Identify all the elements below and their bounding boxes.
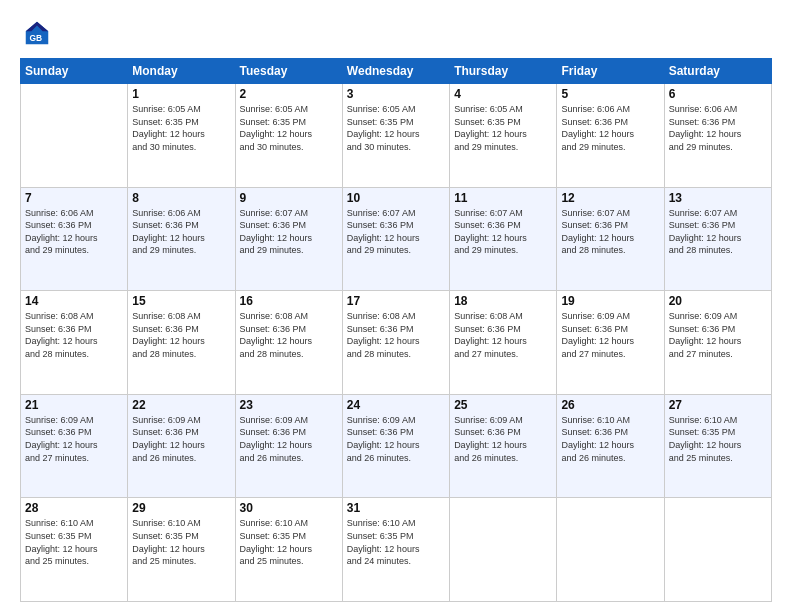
sunset-label: Sunset: 6:36 PM [132, 324, 199, 334]
day-info: Sunrise: 6:10 AM Sunset: 6:35 PM Dayligh… [347, 517, 445, 567]
calendar-cell: 1 Sunrise: 6:05 AM Sunset: 6:35 PM Dayli… [128, 84, 235, 188]
daylight-label: Daylight: 12 hours [454, 336, 527, 346]
daylight-label: Daylight: 12 hours [240, 336, 313, 346]
logo-icon: GB [22, 18, 52, 48]
day-number: 6 [669, 87, 767, 101]
day-number: 17 [347, 294, 445, 308]
page: GB SundayMondayTuesdayWednesdayThursdayF… [0, 0, 792, 612]
day-number: 24 [347, 398, 445, 412]
day-number: 11 [454, 191, 552, 205]
daylight-minutes: and 27 minutes. [669, 349, 733, 359]
day-number: 22 [132, 398, 230, 412]
day-number: 14 [25, 294, 123, 308]
calendar-cell: 9 Sunrise: 6:07 AM Sunset: 6:36 PM Dayli… [235, 187, 342, 291]
daylight-label: Daylight: 12 hours [669, 336, 742, 346]
daylight-label: Daylight: 12 hours [132, 129, 205, 139]
daylight-minutes: and 30 minutes. [240, 142, 304, 152]
day-info: Sunrise: 6:05 AM Sunset: 6:35 PM Dayligh… [347, 103, 445, 153]
calendar-week-3: 21 Sunrise: 6:09 AM Sunset: 6:36 PM Dayl… [21, 394, 772, 498]
sunrise-label: Sunrise: 6:07 AM [347, 208, 416, 218]
sunrise-label: Sunrise: 6:09 AM [132, 415, 201, 425]
sunrise-label: Sunrise: 6:08 AM [25, 311, 94, 321]
calendar-week-4: 28 Sunrise: 6:10 AM Sunset: 6:35 PM Dayl… [21, 498, 772, 602]
calendar-cell: 16 Sunrise: 6:08 AM Sunset: 6:36 PM Dayl… [235, 291, 342, 395]
sunrise-label: Sunrise: 6:05 AM [240, 104, 309, 114]
daylight-label: Daylight: 12 hours [25, 440, 98, 450]
calendar-cell: 5 Sunrise: 6:06 AM Sunset: 6:36 PM Dayli… [557, 84, 664, 188]
daylight-minutes: and 29 minutes. [669, 142, 733, 152]
daylight-label: Daylight: 12 hours [454, 440, 527, 450]
daylight-label: Daylight: 12 hours [561, 233, 634, 243]
calendar-cell: 26 Sunrise: 6:10 AM Sunset: 6:36 PM Dayl… [557, 394, 664, 498]
day-info: Sunrise: 6:06 AM Sunset: 6:36 PM Dayligh… [132, 207, 230, 257]
daylight-label: Daylight: 12 hours [132, 544, 205, 554]
calendar-cell [21, 84, 128, 188]
sunset-label: Sunset: 6:36 PM [240, 220, 307, 230]
daylight-label: Daylight: 12 hours [561, 440, 634, 450]
col-header-thursday: Thursday [450, 59, 557, 84]
calendar-cell: 22 Sunrise: 6:09 AM Sunset: 6:36 PM Dayl… [128, 394, 235, 498]
day-number: 12 [561, 191, 659, 205]
calendar-cell: 25 Sunrise: 6:09 AM Sunset: 6:36 PM Dayl… [450, 394, 557, 498]
calendar-table: SundayMondayTuesdayWednesdayThursdayFrid… [20, 58, 772, 602]
sunrise-label: Sunrise: 6:09 AM [561, 311, 630, 321]
calendar-header-row: SundayMondayTuesdayWednesdayThursdayFrid… [21, 59, 772, 84]
day-info: Sunrise: 6:08 AM Sunset: 6:36 PM Dayligh… [347, 310, 445, 360]
daylight-minutes: and 26 minutes. [454, 453, 518, 463]
day-number: 23 [240, 398, 338, 412]
calendar-cell: 19 Sunrise: 6:09 AM Sunset: 6:36 PM Dayl… [557, 291, 664, 395]
day-info: Sunrise: 6:08 AM Sunset: 6:36 PM Dayligh… [240, 310, 338, 360]
day-number: 30 [240, 501, 338, 515]
calendar-week-1: 7 Sunrise: 6:06 AM Sunset: 6:36 PM Dayli… [21, 187, 772, 291]
sunset-label: Sunset: 6:36 PM [347, 427, 414, 437]
day-number: 4 [454, 87, 552, 101]
calendar-cell: 29 Sunrise: 6:10 AM Sunset: 6:35 PM Dayl… [128, 498, 235, 602]
calendar-cell [664, 498, 771, 602]
calendar-cell: 10 Sunrise: 6:07 AM Sunset: 6:36 PM Dayl… [342, 187, 449, 291]
calendar-cell: 7 Sunrise: 6:06 AM Sunset: 6:36 PM Dayli… [21, 187, 128, 291]
day-info: Sunrise: 6:08 AM Sunset: 6:36 PM Dayligh… [132, 310, 230, 360]
daylight-minutes: and 29 minutes. [454, 142, 518, 152]
daylight-minutes: and 30 minutes. [347, 142, 411, 152]
daylight-label: Daylight: 12 hours [454, 129, 527, 139]
sunrise-label: Sunrise: 6:10 AM [240, 518, 309, 528]
sunrise-label: Sunrise: 6:10 AM [25, 518, 94, 528]
calendar-cell: 21 Sunrise: 6:09 AM Sunset: 6:36 PM Dayl… [21, 394, 128, 498]
calendar-cell: 11 Sunrise: 6:07 AM Sunset: 6:36 PM Dayl… [450, 187, 557, 291]
sunrise-label: Sunrise: 6:08 AM [454, 311, 523, 321]
sunrise-label: Sunrise: 6:07 AM [454, 208, 523, 218]
sunset-label: Sunset: 6:36 PM [25, 324, 92, 334]
daylight-minutes: and 30 minutes. [132, 142, 196, 152]
sunrise-label: Sunrise: 6:07 AM [240, 208, 309, 218]
daylight-minutes: and 28 minutes. [347, 349, 411, 359]
daylight-label: Daylight: 12 hours [25, 544, 98, 554]
day-info: Sunrise: 6:10 AM Sunset: 6:35 PM Dayligh… [240, 517, 338, 567]
daylight-label: Daylight: 12 hours [347, 544, 420, 554]
day-number: 28 [25, 501, 123, 515]
sunset-label: Sunset: 6:36 PM [25, 427, 92, 437]
sunset-label: Sunset: 6:36 PM [561, 324, 628, 334]
day-number: 9 [240, 191, 338, 205]
sunset-label: Sunset: 6:35 PM [454, 117, 521, 127]
sunset-label: Sunset: 6:36 PM [561, 220, 628, 230]
day-info: Sunrise: 6:08 AM Sunset: 6:36 PM Dayligh… [25, 310, 123, 360]
daylight-minutes: and 28 minutes. [240, 349, 304, 359]
day-info: Sunrise: 6:05 AM Sunset: 6:35 PM Dayligh… [132, 103, 230, 153]
sunrise-label: Sunrise: 6:10 AM [132, 518, 201, 528]
day-number: 8 [132, 191, 230, 205]
calendar-cell: 12 Sunrise: 6:07 AM Sunset: 6:36 PM Dayl… [557, 187, 664, 291]
calendar-cell: 24 Sunrise: 6:09 AM Sunset: 6:36 PM Dayl… [342, 394, 449, 498]
sunrise-label: Sunrise: 6:05 AM [132, 104, 201, 114]
daylight-minutes: and 29 minutes. [347, 245, 411, 255]
daylight-minutes: and 29 minutes. [25, 245, 89, 255]
header: GB [20, 18, 772, 48]
sunset-label: Sunset: 6:36 PM [132, 427, 199, 437]
day-number: 21 [25, 398, 123, 412]
sunrise-label: Sunrise: 6:10 AM [347, 518, 416, 528]
daylight-label: Daylight: 12 hours [347, 440, 420, 450]
daylight-label: Daylight: 12 hours [347, 233, 420, 243]
day-info: Sunrise: 6:08 AM Sunset: 6:36 PM Dayligh… [454, 310, 552, 360]
day-number: 7 [25, 191, 123, 205]
sunrise-label: Sunrise: 6:09 AM [454, 415, 523, 425]
day-number: 31 [347, 501, 445, 515]
